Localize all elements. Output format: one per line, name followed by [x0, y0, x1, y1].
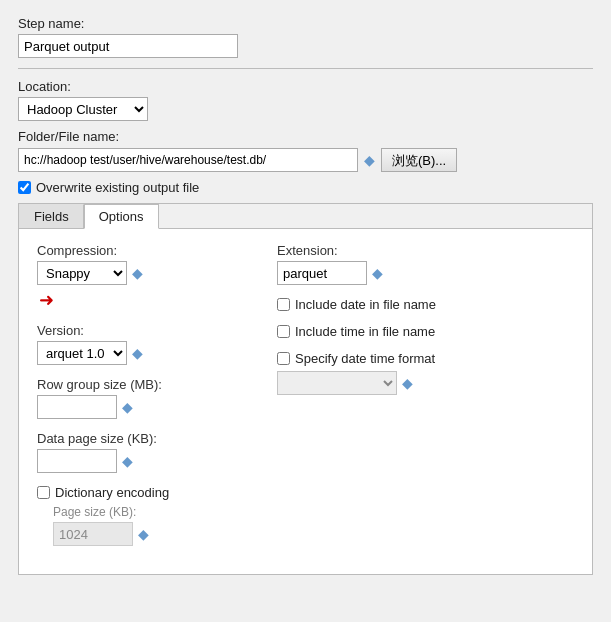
row-group-size-input[interactable]: [37, 395, 117, 419]
extension-input[interactable]: [277, 261, 367, 285]
version-inline: arquet 1.0 arquet 2.0 ◆: [37, 341, 237, 365]
tab-bar: Fields Options: [19, 204, 592, 229]
data-page-info-icon[interactable]: ◆: [122, 453, 133, 469]
overwrite-label: Overwrite existing output file: [36, 180, 199, 195]
data-page-size-label: Data page size (KB):: [37, 431, 237, 446]
extension-inline: ◆: [277, 261, 574, 285]
step-name-input[interactable]: [18, 34, 238, 58]
data-page-size-inline: ◆: [37, 449, 237, 473]
dictionary-encoding-checkbox[interactable]: [37, 486, 50, 499]
options-left-col: Compression: Snappy None Gzip LZO ◆ ➜: [37, 243, 237, 558]
include-date-label: Include date in file name: [295, 297, 436, 312]
browse-button[interactable]: 浏览(B)...: [381, 148, 457, 172]
options-grid: Compression: Snappy None Gzip LZO ◆ ➜: [37, 243, 574, 558]
data-page-size-group: Data page size (KB): ◆: [37, 431, 237, 473]
datetime-format-inline: ◆: [277, 371, 574, 395]
compression-group: Compression: Snappy None Gzip LZO ◆ ➜: [37, 243, 237, 311]
page-size-info-icon[interactable]: ◆: [138, 526, 149, 542]
row-group-size-label: Row group size (MB):: [37, 377, 237, 392]
specify-datetime-group: Specify date time format ◆: [277, 351, 574, 395]
overwrite-checkbox[interactable]: [18, 181, 31, 194]
include-date-row: Include date in file name: [277, 297, 574, 312]
dictionary-encoding-row: Dictionary encoding: [37, 485, 237, 500]
specify-datetime-checkbox[interactable]: [277, 352, 290, 365]
tab-fields[interactable]: Fields: [19, 204, 84, 228]
tab-content-options: Compression: Snappy None Gzip LZO ◆ ➜: [19, 229, 592, 574]
page-size-label: Page size (KB):: [53, 505, 237, 519]
row-group-info-icon[interactable]: ◆: [122, 399, 133, 415]
include-time-group: Include time in file name: [277, 324, 574, 339]
row-group-size-inline: ◆: [37, 395, 237, 419]
folder-group: Folder/File name: ◆ 浏览(B)...: [18, 129, 593, 172]
options-right-col: Extension: ◆ Include date in file name: [277, 243, 574, 558]
extension-group: Extension: ◆: [277, 243, 574, 285]
main-container: Step name: Location: Hadoop Cluster Fold…: [0, 0, 611, 591]
datetime-format-info-icon[interactable]: ◆: [402, 375, 413, 391]
tab-options[interactable]: Options: [84, 204, 159, 229]
include-date-checkbox[interactable]: [277, 298, 290, 311]
folder-input[interactable]: [18, 148, 358, 172]
compression-info-icon[interactable]: ◆: [132, 265, 143, 281]
red-arrow-icon: ➜: [39, 289, 54, 311]
location-row: Hadoop Cluster: [18, 97, 593, 121]
dictionary-encoding-group: Dictionary encoding Page size (KB): ◆: [37, 485, 237, 546]
compression-label: Compression:: [37, 243, 237, 258]
specify-datetime-row: Specify date time format: [277, 351, 574, 366]
location-label: Location:: [18, 79, 593, 94]
location-group: Location: Hadoop Cluster: [18, 79, 593, 121]
step-name-label: Step name:: [18, 16, 593, 31]
divider-1: [18, 68, 593, 69]
tabs-area: Fields Options Compression: Snappy None …: [18, 203, 593, 575]
include-date-group: Include date in file name: [277, 297, 574, 312]
page-size-inline: ◆: [53, 522, 237, 546]
dictionary-encoding-label: Dictionary encoding: [55, 485, 169, 500]
location-select[interactable]: Hadoop Cluster: [18, 97, 148, 121]
version-label: Version:: [37, 323, 237, 338]
version-select[interactable]: arquet 1.0 arquet 2.0: [37, 341, 127, 365]
compression-select[interactable]: Snappy None Gzip LZO: [37, 261, 127, 285]
step-name-group: Step name:: [18, 16, 593, 58]
folder-label: Folder/File name:: [18, 129, 593, 144]
datetime-format-select[interactable]: [277, 371, 397, 395]
include-time-checkbox[interactable]: [277, 325, 290, 338]
specify-datetime-label: Specify date time format: [295, 351, 435, 366]
version-group: Version: arquet 1.0 arquet 2.0 ◆: [37, 323, 237, 365]
include-time-label: Include time in file name: [295, 324, 435, 339]
version-info-icon[interactable]: ◆: [132, 345, 143, 361]
include-time-row: Include time in file name: [277, 324, 574, 339]
extension-info-icon[interactable]: ◆: [372, 265, 383, 281]
extension-label: Extension:: [277, 243, 574, 258]
page-size-group: Page size (KB): ◆: [53, 505, 237, 546]
folder-info-icon[interactable]: ◆: [364, 152, 375, 168]
arrow-row: ➜: [37, 287, 237, 311]
overwrite-row: Overwrite existing output file: [18, 180, 593, 195]
compression-inline: Snappy None Gzip LZO ◆: [37, 261, 237, 285]
page-size-input[interactable]: [53, 522, 133, 546]
row-group-size-group: Row group size (MB): ◆: [37, 377, 237, 419]
data-page-size-input[interactable]: [37, 449, 117, 473]
folder-row: ◆ 浏览(B)...: [18, 148, 593, 172]
